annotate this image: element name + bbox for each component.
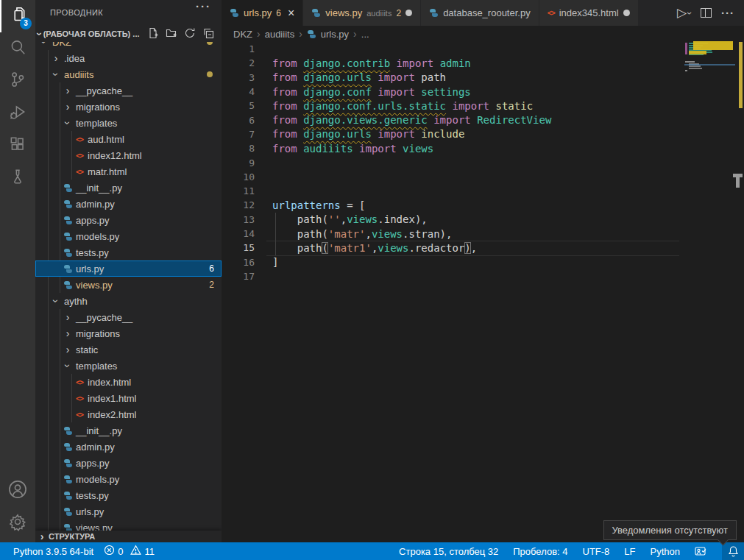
- tree-item-templates[interactable]: ›templates: [35, 358, 222, 374]
- python-interpreter[interactable]: Python 3.9.5 64-bit: [13, 546, 93, 557]
- run-button[interactable]: ▷ ›: [677, 5, 691, 21]
- code-line-6[interactable]: 6from django.views.generic import Redire…: [222, 113, 684, 127]
- status-python[interactable]: Python: [651, 546, 680, 557]
- code-line-14[interactable]: 14 path('matr',views.stran),: [222, 227, 684, 241]
- code-line-10[interactable]: 10: [222, 170, 684, 184]
- tab-views-py[interactable]: views.pyaudiiits2: [303, 0, 421, 26]
- activity-explorer[interactable]: 3: [0, 0, 35, 32]
- status-utf-8[interactable]: UTF-8: [583, 546, 610, 557]
- tree-item-tests-py[interactable]: tests.py: [35, 244, 222, 260]
- outline-section-header[interactable]: › СТРУКТУРА: [35, 531, 222, 542]
- line-content: from audiiits import views: [272, 143, 433, 155]
- explorer-badge: 3: [20, 18, 32, 29]
- editor-more-actions[interactable]: ···: [721, 7, 734, 19]
- tree-item--pycache-[interactable]: ›__pycache__: [35, 82, 222, 99]
- tab-urls-py[interactable]: urls.py6×: [222, 0, 303, 26]
- line-number: 7: [222, 129, 255, 140]
- tree-item-aud-html[interactable]: <>aud.html: [35, 131, 222, 147]
- python-icon: [63, 232, 73, 241]
- split-editor-icon[interactable]: [701, 8, 712, 18]
- code-line-17[interactable]: 17: [222, 269, 684, 283]
- scrollbar-slider[interactable]: [736, 177, 740, 188]
- tree-item-index12-html[interactable]: <>index12.html: [35, 147, 222, 163]
- status-пробелов-4[interactable]: Пробелов: 4: [513, 546, 567, 557]
- breadcrumb: DKZ›audiiits›urls.py›...: [222, 26, 744, 42]
- line-number: 10: [222, 171, 255, 182]
- tree-item-tests-py[interactable]: tests.py: [35, 487, 222, 503]
- modified-dot-icon: [405, 10, 412, 16]
- breadcrumb-item-audiiits[interactable]: audiiits: [265, 29, 294, 40]
- tree-item-matr-html[interactable]: <>matr.html: [35, 163, 222, 180]
- code-line-4[interactable]: 4from django.conf import settings: [222, 85, 684, 99]
- feedback-icon[interactable]: [695, 542, 707, 560]
- tree-item-templates[interactable]: ›templates: [35, 115, 222, 131]
- code-line-7[interactable]: 7from django.urls import include: [222, 127, 684, 141]
- code-line-16[interactable]: 16]: [222, 255, 684, 269]
- breadcrumb-item--[interactable]: ...: [361, 29, 369, 40]
- tree-item--init-py[interactable]: __init__.py: [35, 180, 222, 196]
- line-content: from django.conf import settings: [272, 86, 471, 98]
- code-line-2[interactable]: 2from django.contrib import admin: [222, 56, 684, 70]
- tree-item-models-py[interactable]: models.py: [35, 471, 222, 487]
- tree-item-index1-html[interactable]: <>index1.html: [35, 390, 222, 406]
- tree-item-label: apps.py: [76, 458, 110, 469]
- tree-item-apps-py[interactable]: apps.py: [35, 455, 222, 471]
- tree-item-static[interactable]: ›static: [35, 341, 222, 358]
- new-file-icon[interactable]: [147, 27, 159, 40]
- tree-item-audiiits[interactable]: ›audiiits: [35, 66, 222, 82]
- activity-testing[interactable]: [0, 162, 35, 194]
- code-line-12[interactable]: 12urlpatterns = [: [222, 198, 684, 212]
- tree-item-urls-py[interactable]: urls.py: [35, 503, 222, 520]
- sidebar-more-actions[interactable]: ···: [196, 0, 211, 13]
- code-line-15[interactable]: 15 path('matr1',views.redactor),: [222, 241, 684, 255]
- activity-extensions[interactable]: [0, 130, 35, 162]
- python-icon: [307, 29, 316, 39]
- refresh-icon[interactable]: [184, 27, 196, 40]
- tree-item-index2-html[interactable]: <>index2.html: [35, 406, 222, 422]
- minimap[interactable]: [684, 40, 735, 92]
- tab-index345-html[interactable]: <>index345.html: [539, 0, 639, 26]
- code-line-8[interactable]: 8from audiiits import views: [222, 141, 684, 155]
- tab-database-roouter-py[interactable]: database_roouter.py: [421, 0, 539, 26]
- code-line-3[interactable]: 3from django.urls import path: [222, 71, 684, 85]
- code-line-13[interactable]: 13 path('',views.index),: [222, 213, 684, 227]
- new-folder-icon[interactable]: [166, 27, 177, 40]
- breadcrumb-item-urls-py[interactable]: urls.py: [321, 29, 349, 40]
- activity-run-debug[interactable]: [0, 97, 35, 130]
- status-строка-15-столбец-32[interactable]: Строка 15, столбец 32: [399, 546, 498, 557]
- tree-item-dkz[interactable]: ›DKZ: [35, 42, 222, 50]
- tree-item--init-py[interactable]: __init__.py: [35, 422, 222, 439]
- activity-search[interactable]: [0, 32, 35, 65]
- tree-item-models-py[interactable]: models.py: [35, 228, 222, 244]
- breadcrumb-item-dkz[interactable]: DKZ: [233, 29, 252, 40]
- tree-item-views-py[interactable]: views.py: [35, 520, 222, 531]
- tree-item-index-html[interactable]: <>index.html: [35, 374, 222, 390]
- code-area[interactable]: 12from django.contrib import admin3from …: [222, 42, 684, 283]
- account-icon: [7, 479, 28, 503]
- activity-account[interactable]: [0, 475, 35, 507]
- code-line-5[interactable]: 5from django.conf.urls.static import sta…: [222, 99, 684, 113]
- tree-item--pycache-[interactable]: ›__pycache__: [35, 309, 222, 325]
- breadcrumb-separator: ›: [353, 28, 357, 40]
- tree-item-views-py[interactable]: views.py2: [35, 277, 222, 293]
- line-number: 2: [222, 57, 255, 68]
- activity-settings[interactable]: [0, 507, 35, 539]
- tree-item-apps-py[interactable]: apps.py: [35, 212, 222, 228]
- problems-indicator[interactable]: 0 11: [104, 545, 155, 558]
- activity-source-control[interactable]: [0, 65, 35, 97]
- tree-item-aythh[interactable]: ›aythh: [35, 293, 222, 309]
- tree-item-migrations[interactable]: ›migrations: [35, 325, 222, 341]
- close-icon[interactable]: ×: [288, 7, 294, 19]
- status-lf[interactable]: LF: [624, 546, 635, 557]
- tree-item-migrations[interactable]: ›migrations: [35, 99, 222, 115]
- tree-item-admin-py[interactable]: admin.py: [35, 196, 222, 212]
- bell-icon[interactable]: [722, 542, 744, 560]
- code-line-11[interactable]: 11: [222, 184, 684, 198]
- collapse-all-icon[interactable]: [202, 27, 214, 40]
- workspace-section-header[interactable]: › (РАБОЧАЯ ОБЛАСТЬ) ...: [35, 26, 222, 42]
- tree-item-urls-py[interactable]: urls.py6: [35, 260, 222, 277]
- tree-item-admin-py[interactable]: admin.py: [35, 439, 222, 455]
- code-line-9[interactable]: 9: [222, 155, 684, 169]
- code-line-1[interactable]: 1: [222, 42, 684, 56]
- tree-item--idea[interactable]: ›.idea: [35, 50, 222, 66]
